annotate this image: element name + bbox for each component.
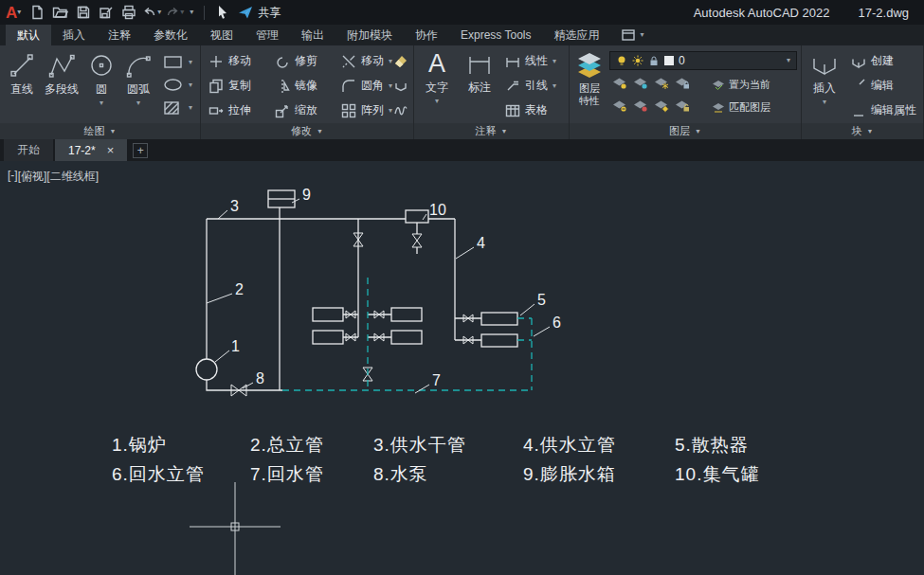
legend-item[interactable]: 7.回水管 [250,462,324,487]
panel-annotation-footer[interactable]: 注释 ▼ [414,123,569,139]
radiator-rect[interactable] [481,313,517,325]
copy-button[interactable]: 复制 [208,78,251,94]
panel-layers-footer[interactable]: 图层 ▼ [570,123,801,139]
layer-isolate-button[interactable] [632,76,648,90]
tab-collaborate[interactable]: 协作 [404,25,449,45]
layer-freeze-button[interactable] [653,76,669,90]
chevron-down-icon[interactable]: ▾ [553,82,556,90]
tab-view[interactable]: 视图 [199,25,245,45]
layer-thaw-button[interactable] [653,99,669,113]
plot-button[interactable] [118,2,140,23]
tab-featured-apps[interactable]: 精选应用 [542,25,610,45]
layer-lock-toggle-button[interactable] [674,76,690,90]
file-tab-current[interactable]: 17-2* × [55,139,127,161]
ellipse-button[interactable]: ▾ [163,78,192,92]
scale-button[interactable]: 缩放 [275,102,317,118]
chevron-down-icon[interactable]: ▾ [389,82,392,90]
offset-button[interactable] [393,102,408,117]
make-current-button[interactable]: 置为当前 [712,78,770,92]
chevron-down-icon[interactable]: ▾ [553,58,556,65]
open-file-button[interactable] [48,2,72,23]
redo-button[interactable]: ▾ [163,5,186,20]
supply-pipes[interactable] [207,207,481,390]
text-button[interactable]: A 文字 ▾ [418,49,456,105]
panel-block-footer[interactable]: 块 ▼ [802,123,923,139]
expansion-tank-symbol[interactable] [268,190,295,207]
legend-item[interactable]: 10.集气罐 [675,462,759,487]
app-menu-button[interactable]: A ▾ [4,5,26,21]
qat-customize-button[interactable]: ▾ [186,2,197,23]
array-button[interactable]: 阵列 ▾ [341,102,392,118]
diagram-label-6[interactable]: 6 [553,314,561,331]
selection-cursor-button[interactable] [211,2,232,23]
diagram-label-8[interactable]: 8 [256,370,264,386]
leader-button[interactable]: 引线 ▾ [505,78,556,94]
mirror-button[interactable]: 镜像 [275,78,317,94]
tab-parametric[interactable]: 参数化 [142,25,199,45]
tab-insert[interactable]: 插入 [51,25,97,45]
linear-dimension-button[interactable]: 线性 ▾ [505,53,556,69]
chevron-down-icon[interactable]: ▾ [136,99,140,107]
legend-item[interactable]: 2.总立管 [250,433,324,458]
boiler-return-line[interactable] [207,380,282,390]
match-layer-button[interactable]: 匹配图层 [712,100,770,115]
diagram-label-9[interactable]: 9 [302,187,311,203]
line-button[interactable]: 直线 [4,51,40,98]
diagram-label-5[interactable]: 5 [537,292,546,308]
legend-item[interactable]: 8.水泵 [373,462,428,487]
circle-button[interactable]: 圆 ▾ [85,51,118,107]
legend-item[interactable]: 1.锅炉 [112,433,167,458]
arc-button[interactable]: 圆弧 ▾ [121,51,155,107]
return-riser-right[interactable] [517,318,532,390]
save-as-button[interactable] [95,2,118,23]
diagram-label-3[interactable]: 3 [230,198,239,214]
radiator-rect[interactable] [313,308,343,321]
tab-express-tools[interactable]: Express Tools [449,25,542,45]
layer-unisolate-button[interactable] [632,99,648,113]
panel-draw-footer[interactable]: 绘图 ▼ [0,123,200,139]
explode-button[interactable] [393,78,408,93]
tab-addins[interactable]: 附加模块 [335,25,404,45]
chevron-down-icon[interactable]: ▾ [389,58,392,65]
rectangle-button[interactable]: ▾ [163,55,192,69]
radiator-rect[interactable] [313,331,343,344]
heating-system-diagram[interactable]: 1 2 3 4 5 6 7 8 9 10 [0,161,924,575]
tab-output[interactable]: 输出 [290,25,335,45]
chevron-down-icon[interactable]: ▾ [100,99,103,107]
tab-manage[interactable]: 管理 [245,25,290,45]
fillet-button[interactable]: 圆角 ▾ [341,78,392,94]
tab-home[interactable]: 默认 [6,25,51,45]
erase-button[interactable] [393,53,408,68]
share-button[interactable]: 共享 [232,5,286,21]
legend-item[interactable]: 6.回水立管 [112,462,205,487]
legend-item[interactable]: 4.供水立管 [523,433,616,458]
layer-off-button[interactable] [611,76,627,90]
radiator-rect[interactable] [391,331,422,344]
radiator-rect[interactable] [391,308,422,321]
diagram-label-4[interactable]: 4 [477,235,485,251]
undo-button[interactable]: ▾ [140,5,163,20]
legend-item[interactable]: 9.膨胀水箱 [523,462,616,487]
chevron-down-icon[interactable]: ▾ [180,9,184,16]
stretch-button[interactable]: 拉伸 [208,102,251,118]
model-space[interactable]: [-] [俯视] [二维线框] [0,161,924,575]
layer-on-button[interactable] [611,99,627,113]
edit-block-button[interactable]: 编辑 [851,78,894,94]
new-drawing-tab-button[interactable]: + [133,143,148,158]
chevron-down-icon[interactable]: ▾ [435,98,439,105]
file-tab-start[interactable]: 开始 [4,139,53,161]
legend-item[interactable]: 5.散热器 [675,433,749,458]
tab-annotate[interactable]: 注释 [97,25,142,45]
layer-properties-button[interactable]: 图层特性 [571,50,607,106]
chevron-down-icon[interactable]: ▾ [823,99,826,106]
trim-button[interactable]: 移动 ▾ [341,53,392,69]
insert-block-button[interactable]: 插入 ▾ [806,50,843,106]
save-button[interactable] [72,2,95,23]
edit-attributes-button[interactable]: 编辑属性 [851,102,916,118]
ribbon-display-toggle[interactable]: ▾ [622,25,643,45]
chevron-down-icon[interactable]: ▾ [389,107,392,115]
move-button[interactable]: 移动 [208,53,251,69]
dimension-button[interactable]: 标注 [460,49,499,96]
table-button[interactable]: 表格 [505,102,548,118]
radiators[interactable] [313,308,517,347]
